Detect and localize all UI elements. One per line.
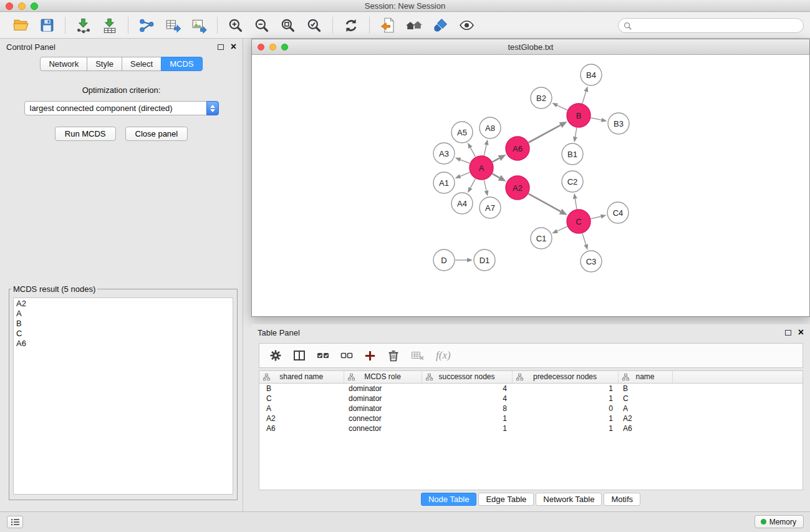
graph-node-D1[interactable]: D1 — [474, 249, 495, 271]
tab-motifs[interactable]: Motifs — [604, 493, 640, 506]
edge-A2-C[interactable] — [529, 194, 567, 215]
zoom-out-button[interactable] — [249, 15, 275, 36]
close-panel-button[interactable]: Close panel — [125, 127, 188, 141]
search-input[interactable] — [634, 20, 803, 31]
create-column-button[interactable] — [364, 350, 376, 362]
edge-C-C2[interactable] — [573, 193, 577, 209]
float-panel-icon[interactable] — [785, 330, 791, 336]
close-panel-icon[interactable]: × — [798, 329, 804, 336]
mcds-result-list[interactable]: A2ABCA6 — [13, 297, 233, 495]
graph-node-C2[interactable]: C2 — [562, 171, 583, 192]
graph-node-B3[interactable]: B3 — [608, 113, 629, 134]
table-row[interactable]: A6connector11A6 — [259, 423, 803, 433]
deselect-all-columns-button[interactable] — [340, 349, 353, 362]
tab-mcds[interactable]: MCDS — [161, 57, 202, 71]
function-builder-button[interactable]: f(x) — [436, 349, 451, 362]
column-header-shared-name[interactable]: shared name — [259, 371, 344, 383]
graph-node-A[interactable]: A — [470, 156, 493, 180]
mcds-result-item[interactable]: A6 — [14, 339, 233, 349]
delete-table-button[interactable] — [411, 349, 425, 362]
close-window-icon[interactable] — [258, 44, 264, 51]
graph-node-B2[interactable]: B2 — [531, 87, 552, 109]
float-panel-icon[interactable] — [218, 44, 224, 50]
table-settings-button[interactable] — [269, 349, 282, 362]
edge-C-C4[interactable] — [591, 215, 607, 219]
task-history-button[interactable] — [7, 516, 23, 528]
import-network-button[interactable] — [70, 15, 97, 36]
edge-B-B3[interactable] — [591, 118, 607, 122]
export-image-button[interactable] — [186, 15, 212, 36]
table-row[interactable]: Adominator80A — [259, 404, 803, 414]
graph-node-B1[interactable]: B1 — [562, 143, 583, 165]
edge-A-A6[interactable] — [493, 155, 506, 162]
zoom-window-icon[interactable] — [31, 2, 38, 10]
network-window-titlebar[interactable]: testGlobe.txt — [252, 39, 809, 55]
run-mcds-button[interactable]: Run MCDS — [55, 127, 116, 141]
column-header-predecessor-nodes[interactable]: predecessor nodes — [512, 371, 618, 383]
column-header-mcds-role[interactable]: MCDS role — [344, 371, 422, 383]
edge-C-C1[interactable] — [552, 226, 567, 233]
edge-B-B2[interactable] — [552, 103, 567, 110]
column-header-successor-nodes[interactable]: successor nodes — [422, 371, 512, 383]
edge-C-C3[interactable] — [582, 233, 588, 250]
edge-A-A7[interactable] — [484, 180, 488, 196]
import-table-button[interactable] — [97, 15, 123, 36]
tab-network-table[interactable]: Network Table — [536, 493, 602, 506]
edge-B-B1[interactable] — [573, 128, 577, 142]
graph-node-A1[interactable]: A1 — [433, 172, 455, 193]
tab-style[interactable]: Style — [87, 57, 122, 71]
close-window-icon[interactable] — [6, 2, 13, 10]
tab-network[interactable]: Network — [40, 57, 87, 71]
export-table-button[interactable] — [160, 15, 186, 36]
table-row[interactable]: A2connector11A2 — [259, 414, 803, 423]
new-network-button[interactable] — [133, 15, 160, 36]
edge-A6-B[interactable] — [529, 122, 567, 142]
close-panel-icon[interactable]: × — [231, 43, 236, 51]
mcds-result-item[interactable]: B — [14, 319, 233, 329]
table-row[interactable]: Cdominator41C — [259, 394, 803, 404]
graph-node-A3[interactable]: A3 — [433, 143, 455, 164]
show-graphics-button[interactable] — [453, 15, 480, 36]
mcds-result-item[interactable]: C — [14, 329, 233, 339]
delete-column-button[interactable] — [387, 349, 400, 362]
graph-node-B4[interactable]: B4 — [581, 64, 602, 85]
graph-node-C[interactable]: C — [567, 210, 591, 233]
graph-node-D[interactable]: D — [433, 249, 455, 271]
tab-node-table[interactable]: Node Table — [421, 493, 477, 506]
graph-node-A7[interactable]: A7 — [480, 197, 501, 218]
select-all-columns-button[interactable] — [317, 349, 329, 362]
zoom-window-icon[interactable] — [281, 44, 288, 51]
graph-node-A8[interactable]: A8 — [480, 117, 501, 138]
home-view-button[interactable] — [401, 15, 427, 36]
graph-node-C4[interactable]: C4 — [607, 202, 629, 223]
save-session-button[interactable] — [34, 15, 60, 36]
zoom-in-button[interactable] — [223, 15, 249, 36]
show-panel-button[interactable] — [375, 15, 401, 36]
graph-node-C3[interactable]: C3 — [581, 251, 602, 272]
graph-node-B[interactable]: B — [567, 104, 591, 127]
style-brush-button[interactable] — [427, 15, 453, 36]
graph-node-A4[interactable]: A4 — [451, 193, 473, 214]
edge-D-D1[interactable] — [455, 258, 473, 263]
tab-edge-table[interactable]: Edge Table — [478, 493, 534, 506]
edge-A-A2[interactable] — [493, 174, 506, 181]
memory-button[interactable]: Memory — [755, 515, 804, 528]
optimization-criterion-dropdown[interactable]: largest connected component (directed) — [24, 101, 219, 115]
graph-node-A5[interactable]: A5 — [451, 122, 473, 143]
zoom-selected-button[interactable] — [301, 15, 327, 36]
edge-A-A1[interactable] — [455, 172, 470, 178]
open-session-button[interactable] — [7, 15, 34, 36]
graph-node-A6[interactable]: A6 — [506, 137, 529, 160]
graph-node-A2[interactable]: A2 — [506, 176, 529, 200]
graph-node-C1[interactable]: C1 — [531, 228, 552, 249]
mcds-result-item[interactable]: A — [14, 309, 233, 319]
zoom-fit-button[interactable] — [275, 15, 301, 36]
table-row[interactable]: Bdominator41B — [259, 383, 803, 394]
column-header-name[interactable]: name — [618, 371, 672, 383]
minimize-window-icon[interactable] — [18, 2, 26, 10]
refresh-button[interactable] — [338, 15, 364, 36]
show-columns-button[interactable] — [293, 349, 306, 362]
network-canvas[interactable]: B4B2BB3A5A8A6A3B1AC2A1A2A4A7C4CC1DD1C3 — [252, 55, 809, 316]
minimize-window-icon[interactable] — [269, 44, 276, 51]
edge-A-A4[interactable] — [468, 179, 475, 193]
